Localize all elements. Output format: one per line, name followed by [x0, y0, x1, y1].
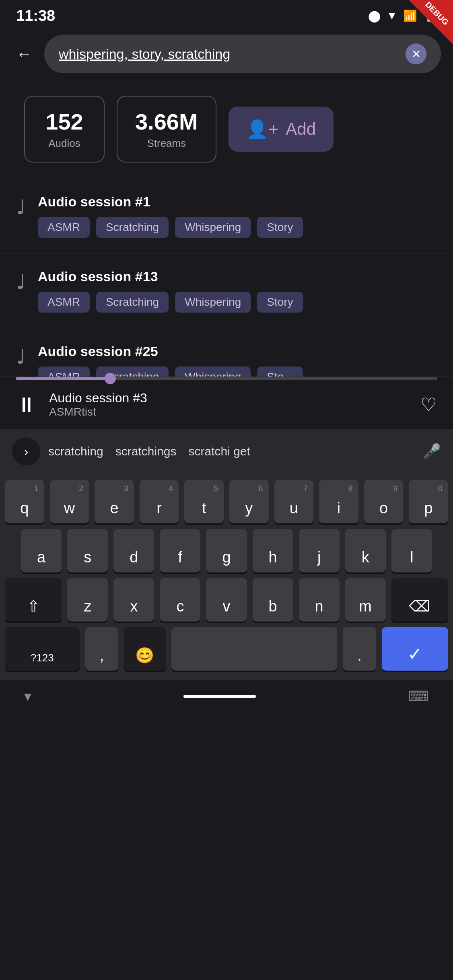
tags-row-3: ASMR Scratching Whispering Sto... [38, 366, 437, 377]
streams-label: Streams [135, 137, 198, 150]
tag-asmr-3: ASMR [38, 366, 90, 377]
track-artist: ASMRtist [49, 406, 408, 418]
key-enter[interactable]: ✓ [382, 627, 448, 671]
key-space[interactable] [171, 627, 338, 671]
tag-story-1: Story [257, 217, 303, 238]
key-r[interactable]: 4r [140, 480, 179, 523]
keyboard: 1q 2w 3e 4r 5t 6y 7u 8i 9o 0p a s d f g … [0, 474, 453, 680]
key-q[interactable]: 1q [5, 480, 44, 523]
key-comma[interactable]: , [85, 627, 119, 671]
key-a[interactable]: a [21, 529, 62, 572]
key-l[interactable]: l [391, 529, 432, 572]
audios-stat: 152 Audios [24, 96, 105, 163]
session-title-2: Audio session #13 [38, 269, 437, 284]
search-bar[interactable]: whispering, story, scratching ✕ [44, 35, 441, 73]
nav-down-button[interactable]: ▾ [24, 688, 31, 705]
heart-button[interactable]: ♡ [420, 394, 437, 416]
key-p[interactable]: 0p [409, 480, 448, 523]
bottom-nav: ▾ ⌨ [0, 680, 453, 712]
music-note-icon-3 [16, 345, 26, 369]
key-shift[interactable]: ⇧ [5, 578, 62, 622]
tag-sto-3: Sto... [257, 366, 303, 377]
tag-asmr-2: ASMR [38, 292, 90, 313]
keyboard-row-2: a s d f g h j k l [5, 529, 448, 572]
key-y[interactable]: 6y [229, 480, 269, 523]
track-info: Audio session #3 ASMRtist [49, 391, 408, 418]
tag-whispering-2: Whispering [175, 292, 251, 313]
session-title-1: Audio session #1 [38, 194, 437, 210]
session-item-2[interactable]: Audio session #13 ASMR Scratching Whispe… [0, 253, 453, 328]
autocomplete-bar: › scratching scratchings scratchi get 🎤 [0, 429, 453, 474]
key-m[interactable]: m [345, 578, 386, 622]
session-title-3: Audio session #25 [38, 344, 437, 359]
key-z[interactable]: z [67, 578, 108, 622]
session-info-2: Audio session #13 ASMR Scratching Whispe… [38, 269, 437, 313]
tags-row-2: ASMR Scratching Whispering Story [38, 292, 437, 313]
key-f[interactable]: f [160, 529, 200, 572]
key-123[interactable]: ?123 [5, 627, 80, 671]
key-period[interactable]: . [343, 627, 376, 671]
keyboard-row-1: 1q 2w 3e 4r 5t 6y 7u 8i 9o 0p [5, 480, 448, 523]
tag-scratching-1: Scratching [96, 217, 169, 238]
tag-story-2: Story [257, 292, 303, 313]
clear-icon: ✕ [412, 47, 421, 61]
key-n[interactable]: n [299, 578, 340, 622]
music-note-icon-1 [16, 196, 26, 219]
progress-bar[interactable] [16, 377, 437, 380]
tags-row-1: ASMR Scratching Whispering Story [38, 217, 437, 238]
add-person-icon: 👤+ [246, 119, 279, 140]
search-bar-container: ← whispering, story, scratching ✕ [0, 28, 453, 80]
stats-section: 152 Audios 3.66M Streams 👤+ Add [0, 80, 453, 179]
session-item-1[interactable]: Audio session #1 ASMR Scratching Whisper… [0, 179, 453, 253]
key-g[interactable]: g [206, 529, 247, 572]
key-c[interactable]: c [160, 578, 200, 622]
music-note-icon-2 [16, 270, 26, 294]
track-title: Audio session #3 [49, 391, 408, 406]
key-w[interactable]: 2w [50, 480, 89, 523]
add-button[interactable]: 👤+ Add [229, 107, 334, 152]
key-e[interactable]: 3e [95, 480, 134, 523]
arrow-icon: › [24, 444, 29, 459]
suggestion-2[interactable]: scratchings [115, 445, 177, 458]
pause-button[interactable]: ⏸ [16, 393, 37, 417]
key-v[interactable]: v [206, 578, 247, 622]
session-info-3: Audio session #25 ASMR Scratching Whispe… [38, 344, 437, 377]
add-label: Add [286, 119, 316, 139]
key-backspace[interactable]: ⌫ [391, 578, 448, 622]
clear-button[interactable]: ✕ [406, 43, 426, 64]
nav-keyboard-button[interactable]: ⌨ [408, 688, 429, 705]
suggestion-3[interactable]: scratchi get [188, 445, 250, 458]
tag-scratching-2: Scratching [96, 292, 169, 313]
session-info-1: Audio session #1 ASMR Scratching Whisper… [38, 194, 437, 238]
key-i[interactable]: 8i [319, 480, 358, 523]
key-b[interactable]: b [253, 578, 293, 622]
streams-number: 3.66M [135, 109, 198, 135]
wifi-icon: ▼ [386, 9, 397, 22]
tag-asmr-1: ASMR [38, 217, 90, 238]
key-emoji[interactable]: 😊 [124, 627, 165, 671]
key-j[interactable]: j [299, 529, 340, 572]
tag-whispering-1: Whispering [175, 217, 251, 238]
session-item-3[interactable]: Audio session #25 ASMR Scratching Whispe… [0, 328, 453, 377]
autocomplete-arrow-button[interactable]: › [12, 437, 40, 465]
key-x[interactable]: x [113, 578, 154, 622]
key-d[interactable]: d [113, 529, 154, 572]
home-indicator [183, 695, 256, 698]
key-k[interactable]: k [345, 529, 386, 572]
now-playing-content: ⏸ Audio session #3 ASMRtist ♡ [16, 380, 437, 429]
key-s[interactable]: s [67, 529, 108, 572]
mic-button[interactable]: 🎤 [423, 443, 441, 460]
audios-label: Audios [43, 137, 86, 150]
back-button[interactable]: ← [12, 41, 36, 67]
suggestion-1[interactable]: scratching [48, 445, 103, 458]
progress-dot [105, 373, 116, 384]
key-u[interactable]: 7u [274, 480, 314, 523]
search-text-plain: whispering, story, [59, 46, 168, 62]
debug-badge-container: DEBUG [409, 0, 453, 44]
key-t[interactable]: 5t [184, 480, 224, 523]
search-text: whispering, story, scratching [59, 46, 230, 62]
key-o[interactable]: 9o [364, 480, 404, 523]
streams-stat: 3.66M Streams [117, 96, 216, 163]
key-h[interactable]: h [253, 529, 293, 572]
keyboard-row-3: ⇧ z x c v b n m ⌫ [5, 578, 448, 622]
